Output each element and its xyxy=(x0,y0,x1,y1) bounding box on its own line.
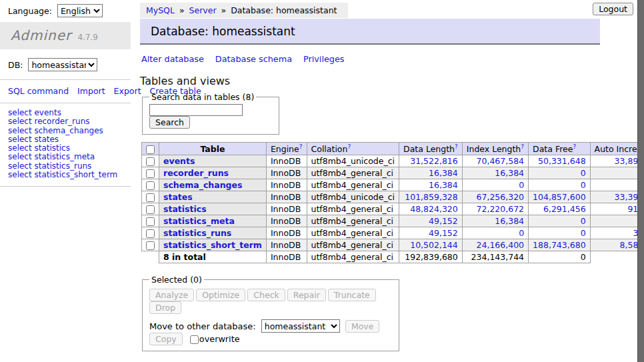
cell-index_length: 24,166,400 xyxy=(462,239,528,251)
analyze-button[interactable]: Analyze xyxy=(149,289,194,301)
truncate-button[interactable]: Truncate xyxy=(328,289,376,301)
repair-button[interactable]: Repair xyxy=(287,289,326,301)
copy-button[interactable]: Copy xyxy=(149,333,183,345)
table-link[interactable]: recorder_runs xyxy=(163,168,229,178)
row-checkbox[interactable] xyxy=(146,217,155,226)
column-header-auto-increment: Auto Increment? xyxy=(590,143,644,155)
breadcrumb-server-link[interactable]: Server xyxy=(189,5,217,15)
cell-collation: utf8mb4_general_ci xyxy=(307,203,399,215)
optimize-button[interactable]: Optimize xyxy=(196,289,245,301)
check-button[interactable]: Check xyxy=(247,289,285,301)
row-checkbox[interactable] xyxy=(146,169,155,178)
help-link[interactable]: ? xyxy=(455,143,458,150)
tables-list-header: TableEngine?Collation?Data Length?Index … xyxy=(142,143,644,155)
tables-heading: Tables and views xyxy=(140,75,637,87)
column-header-index-length: Index Length? xyxy=(462,143,528,155)
cell-data_length: 101,859,328 xyxy=(399,191,463,203)
select-statistics-meta-link[interactable]: select statistics_meta xyxy=(8,153,131,161)
cell-collation: utf8mb4_unicode_ci xyxy=(307,191,399,203)
select-statistics-link[interactable]: select statistics xyxy=(8,144,131,153)
cell-collation: utf8mb4_general_ci xyxy=(307,215,399,227)
cell-data_free: 0 xyxy=(529,179,591,191)
table-link[interactable]: statistics_meta xyxy=(163,216,235,226)
tables-list-body: eventsInnoDButf8mb4_unicode_ci31,522,816… xyxy=(142,155,644,251)
help-link[interactable]: ? xyxy=(573,143,576,150)
logout-button[interactable]: Logout xyxy=(593,3,633,15)
row-checkbox-cell xyxy=(142,155,159,167)
row-checkbox[interactable] xyxy=(146,241,155,250)
row-checkbox-cell xyxy=(142,215,159,227)
column-header-engine: Engine? xyxy=(266,143,307,155)
language-select[interactable]: English xyxy=(57,4,103,17)
table-link[interactable]: statistics xyxy=(163,204,207,214)
cell-index_length: 67,256,320 xyxy=(462,191,528,203)
vertical-scrollbar[interactable] xyxy=(637,0,644,362)
cell-data_free: 0 xyxy=(529,215,591,227)
table-row: statistics_short_termInnoDButf8mb4_gener… xyxy=(142,239,644,251)
search-fieldset: Search data in tables (8) Search xyxy=(142,92,279,135)
selected-fieldset: Selected (0) AnalyzeOptimizeCheckRepairT… xyxy=(142,275,399,351)
language-label: Language: xyxy=(8,6,52,16)
cell-auto_increment: 378 xyxy=(590,167,644,179)
select-all-checkbox[interactable] xyxy=(146,145,155,154)
cell-auto_increment: 8,581,645 xyxy=(590,239,644,251)
table-name-cell: statistics_runs xyxy=(159,227,267,239)
help-link[interactable]: ? xyxy=(299,143,303,150)
db-select[interactable]: homeassistant xyxy=(28,58,97,71)
table-name-cell: statistics xyxy=(159,203,267,215)
tables-list: TableEngine?Collation?Data Length?Index … xyxy=(141,142,644,263)
breadcrumb-mysql-link[interactable]: MySQL xyxy=(146,5,175,15)
overwrite-option: overwrite xyxy=(190,334,240,344)
table-link[interactable]: statistics_short_term xyxy=(163,240,262,250)
table-link[interactable]: states xyxy=(163,192,193,202)
summary-data-length: 192,839,680 xyxy=(399,251,463,263)
column-header-table: Table xyxy=(159,143,267,155)
row-checkbox[interactable] xyxy=(146,181,155,190)
table-row: recorder_runsInnoDButf8mb4_general_ci16,… xyxy=(142,167,644,179)
table-row: statistics_runsInnoDButf8mb4_general_ci4… xyxy=(142,227,644,239)
cell-collation: utf8mb4_general_ci xyxy=(307,167,399,179)
cell-collation: utf8mb4_unicode_ci xyxy=(307,155,399,167)
table-row: statisticsInnoDButf8mb4_general_ci48,824… xyxy=(142,203,644,215)
sidebar: Language: English Adminer 4.7.9 DB: home… xyxy=(0,0,131,187)
search-legend: Search data in tables (8) xyxy=(149,92,256,102)
import-link[interactable]: Import xyxy=(77,86,105,96)
move-button[interactable]: Move xyxy=(345,320,380,333)
select-statistics-short-term-link[interactable]: select statistics_short_term xyxy=(8,171,131,179)
drop-button[interactable]: Drop xyxy=(149,301,181,314)
cell-data_free: 6,291,456 xyxy=(529,203,591,215)
row-checkbox[interactable] xyxy=(146,157,155,166)
cell-data_length: 48,824,320 xyxy=(399,203,463,215)
select-recorder-runs-link[interactable]: select recorder_runs xyxy=(8,117,131,126)
select-events-link[interactable]: select events xyxy=(8,109,131,117)
cell-index_length: 16,384 xyxy=(462,215,528,227)
select-states-link[interactable]: select states xyxy=(8,135,131,144)
help-link[interactable]: ? xyxy=(347,143,351,150)
privileges-link[interactable]: Privileges xyxy=(303,54,345,64)
help-link[interactable]: ? xyxy=(521,143,524,150)
cell-data_length: 49,152 xyxy=(399,215,463,227)
database-schema-link[interactable]: Database schema xyxy=(215,54,292,64)
sidebar-actions: SQL commandImportExportCreate table xyxy=(0,80,131,103)
overwrite-checkbox[interactable] xyxy=(190,335,199,344)
row-checkbox[interactable] xyxy=(146,229,155,238)
alter-database-link[interactable]: Alter database xyxy=(141,54,204,64)
sql-command-link[interactable]: SQL command xyxy=(8,86,69,96)
table-link[interactable]: schema_changes xyxy=(163,180,242,190)
select-schema-changes-link[interactable]: select schema_changes xyxy=(8,127,131,135)
move-database-select[interactable]: homeassistant xyxy=(261,319,340,333)
search-button[interactable]: Search xyxy=(149,116,190,129)
cell-index_length: 70,467,584 xyxy=(462,155,528,167)
table-link[interactable]: statistics_runs xyxy=(163,228,231,238)
cell-auto_increment: 6 xyxy=(590,179,644,191)
search-input[interactable] xyxy=(149,104,243,116)
cell-data_free: 0 xyxy=(529,167,591,179)
table-link[interactable]: events xyxy=(163,156,195,166)
row-checkbox[interactable] xyxy=(146,193,155,202)
row-checkbox-cell xyxy=(142,167,159,179)
db-label: DB: xyxy=(8,60,23,70)
row-checkbox[interactable] xyxy=(146,205,155,214)
sidebar-table-links: select eventsselect recorder_runsselect … xyxy=(0,103,131,187)
cell-engine: InnoDB xyxy=(266,203,307,215)
select-statistics-runs-link[interactable]: select statistics_runs xyxy=(8,162,131,171)
